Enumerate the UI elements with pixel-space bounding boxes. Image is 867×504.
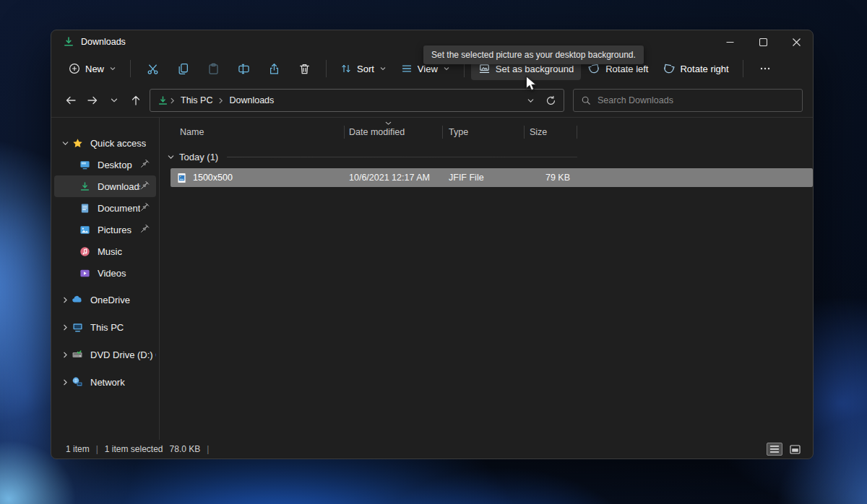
rotate-right-button[interactable]: Rotate right xyxy=(655,58,736,80)
rotate-right-icon xyxy=(663,63,675,75)
this-pc-icon xyxy=(72,322,83,333)
search-box[interactable] xyxy=(573,89,803,112)
chevron-down-icon xyxy=(527,97,535,105)
documents-icon xyxy=(79,203,90,214)
rename-button[interactable] xyxy=(228,56,259,81)
thumbnail-view-button[interactable] xyxy=(787,443,803,456)
sidebar-label: OneDrive xyxy=(90,295,130,305)
status-divider: | xyxy=(207,444,209,454)
scissors-icon xyxy=(147,63,159,75)
address-bar: This PC Downloads xyxy=(51,84,813,117)
pictures-icon xyxy=(79,225,90,235)
sidebar-label: Downloads xyxy=(98,181,140,192)
maximize-button[interactable] xyxy=(746,30,780,53)
rotate-left-label: Rotate left xyxy=(605,64,648,74)
details-view-icon xyxy=(769,445,780,453)
view-button-label: View xyxy=(418,64,438,74)
new-button[interactable]: New xyxy=(61,58,124,79)
sidebar-item-downloads[interactable]: Downloads xyxy=(54,175,156,197)
desktop-wallpaper: Downloads New xyxy=(0,0,867,504)
file-row-selected[interactable]: 1500x500 10/6/2021 12:17 AM JFIF File 79… xyxy=(171,168,813,187)
delete-button[interactable] xyxy=(289,56,319,81)
sidebar-label: This PC xyxy=(90,322,124,333)
sidebar-item-pictures[interactable]: Pictures xyxy=(54,219,156,240)
downloads-icon xyxy=(79,181,90,192)
sidebar-item-desktop[interactable]: Desktop xyxy=(54,154,156,175)
sidebar-item-videos[interactable]: Videos xyxy=(54,262,156,284)
minimize-button[interactable] xyxy=(713,30,746,53)
chevron-down-icon xyxy=(61,139,69,147)
search-input[interactable] xyxy=(598,95,795,105)
back-button[interactable] xyxy=(60,90,82,111)
status-divider: | xyxy=(96,444,98,454)
chevron-right-icon xyxy=(61,323,69,331)
dvd-drive-icon xyxy=(72,349,83,360)
sidebar-item-network[interactable]: Network xyxy=(54,371,156,393)
sidebar-item-onedrive[interactable]: OneDrive xyxy=(54,289,156,310)
file-name-cell: 1500x500 xyxy=(171,173,345,183)
group-header-today[interactable]: Today (1) xyxy=(167,149,577,164)
refresh-icon xyxy=(545,95,556,106)
plus-circle-icon xyxy=(69,63,80,74)
close-icon xyxy=(793,38,801,46)
column-header-name[interactable]: Name xyxy=(171,122,345,142)
network-icon xyxy=(72,376,83,388)
arrow-right-icon xyxy=(87,95,98,106)
paste-button[interactable] xyxy=(198,56,228,81)
file-date-cell: 10/6/2021 12:17 AM xyxy=(345,173,443,183)
desktop-icon xyxy=(79,160,90,170)
column-headers: Name Date modified Type Size xyxy=(171,122,813,142)
file-size-cell: 79 KB xyxy=(525,173,577,183)
address-box[interactable]: This PC Downloads xyxy=(150,89,564,112)
chevron-down-icon[interactable] xyxy=(167,153,175,161)
recent-locations-button[interactable] xyxy=(103,90,125,111)
breadcrumb-this-pc[interactable]: This PC xyxy=(176,92,217,108)
main-area: Quick access Desktop Downloads Documents xyxy=(51,117,813,440)
group-divider-line xyxy=(227,157,577,157)
column-header-date-modified[interactable]: Date modified xyxy=(345,122,443,142)
refresh-button[interactable] xyxy=(540,91,561,110)
downloads-folder-icon xyxy=(158,95,168,106)
sidebar-item-dvd-drive[interactable]: DVD Drive (D:) CCCO xyxy=(54,344,156,365)
tooltip: Set the selected picture as your desktop… xyxy=(423,45,644,64)
share-icon xyxy=(268,63,280,75)
sidebar-item-music[interactable]: Music xyxy=(54,240,156,262)
rotate-right-label: Rotate right xyxy=(680,64,728,74)
column-header-type[interactable]: Type xyxy=(443,122,525,142)
music-icon xyxy=(79,246,90,257)
forward-button[interactable] xyxy=(82,90,103,111)
share-button[interactable] xyxy=(259,56,289,81)
search-icon xyxy=(581,95,591,105)
chevron-down-icon xyxy=(109,65,116,72)
up-button[interactable] xyxy=(125,90,147,111)
chevron-down-icon xyxy=(379,65,387,72)
column-label: Date modified xyxy=(349,127,405,137)
copy-icon xyxy=(177,63,189,75)
arrow-left-icon xyxy=(65,95,77,106)
copy-button[interactable] xyxy=(168,56,198,81)
breadcrumb-downloads[interactable]: Downloads xyxy=(225,92,278,108)
group-label: Today (1) xyxy=(179,152,218,162)
close-button[interactable] xyxy=(780,30,813,53)
sidebar-item-quick-access[interactable]: Quick access xyxy=(54,132,156,154)
sidebar-label: Pictures xyxy=(98,225,131,235)
column-label: Type xyxy=(449,127,468,137)
sidebar-item-this-pc[interactable]: This PC xyxy=(54,316,156,338)
new-button-label: New xyxy=(85,64,104,74)
sort-indicator-icon xyxy=(384,121,392,126)
downloads-folder-icon xyxy=(63,36,74,48)
rename-icon xyxy=(238,63,250,75)
sidebar-item-documents[interactable]: Documents xyxy=(54,197,156,219)
minimize-icon xyxy=(726,38,734,46)
cut-button[interactable] xyxy=(137,56,168,81)
breadcrumb-chevron-icon xyxy=(169,97,176,104)
details-view-button[interactable] xyxy=(767,443,782,456)
sidebar-label: Documents xyxy=(98,203,140,214)
rotate-left-icon xyxy=(588,63,600,75)
sort-button[interactable]: Sort xyxy=(333,58,394,79)
navigation-pane: Quick access Desktop Downloads Documents xyxy=(51,118,160,440)
address-dropdown-button[interactable] xyxy=(520,91,540,110)
chevron-down-icon xyxy=(110,96,118,105)
more-options-button[interactable] xyxy=(750,56,780,81)
column-header-size[interactable]: Size xyxy=(525,122,577,142)
